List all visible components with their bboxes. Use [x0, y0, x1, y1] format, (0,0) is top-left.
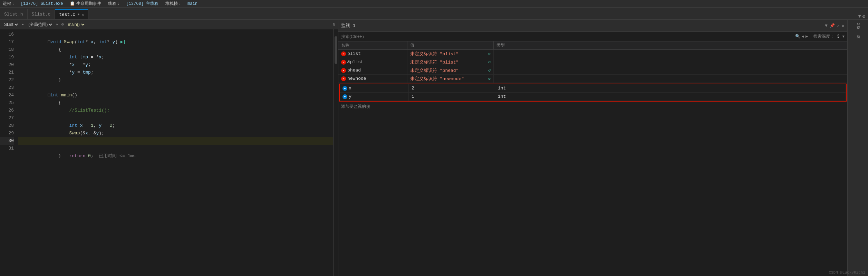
watch-row-phead[interactable]: ✕ phead 未定义标识符 "phead" ↺ [338, 66, 847, 75]
right-panel-item-1[interactable]: 监视2 [848, 20, 868, 28]
ln-27: 27 [0, 114, 14, 122]
code-line-30: ▶ return 0; 已用时间 <= 1ms [18, 137, 333, 145]
watch-panel-header: 监视 1 ▼ 📌 ⇗ ✕ [338, 20, 847, 32]
search-icon[interactable]: 🔍 [795, 34, 800, 39]
ln-29: 29 [0, 130, 14, 137]
watch-value-x: 2 [412, 86, 414, 91]
refresh-icon-plist[interactable]: ↺ [488, 51, 491, 56]
code-line-24: { [18, 92, 333, 99]
breadcrumb-right-icon[interactable]: ⇅ [333, 22, 335, 27]
col-header-name: 名称 [338, 41, 407, 49]
watch-type-y: int [498, 94, 506, 99]
depth-dropdown-icon[interactable]: ▼ [842, 35, 845, 39]
depth-value: 3 [837, 34, 839, 39]
tab-modified-icon: ● [77, 12, 80, 17]
search-next-icon[interactable]: ▶ [806, 34, 808, 39]
code-line-31: } [18, 145, 333, 152]
watch-expand-icon[interactable]: ⇗ [837, 23, 840, 28]
ln-22: 22 [0, 76, 14, 84]
watch-search-input[interactable] [341, 34, 792, 39]
pin-icon[interactable]: 📌 [830, 23, 835, 28]
right-panel-item-2[interactable]: 自动 [848, 28, 868, 36]
watch-name-plist: plist [347, 51, 361, 56]
code-line-23: □int main() [18, 84, 333, 92]
watch-row-x[interactable]: ◆ x 2 int [340, 84, 846, 93]
watch-close-button[interactable]: ✕ [842, 23, 845, 29]
ln-23: 23 [0, 84, 14, 92]
watch-row-y[interactable]: ◆ y 1 int [340, 93, 846, 101]
refresh-icon-and-plist[interactable]: ↺ [488, 59, 491, 65]
col-header-type: 类型 [494, 41, 847, 49]
tab-bar: Slist.h Slist.c test.c ● ✕ ▼ ⚙ [0, 8, 868, 20]
watch-cell-type-plist [494, 50, 847, 58]
scrollbar[interactable] [333, 29, 338, 276]
ln-24: 24 [0, 92, 14, 99]
ln-21: 21 [0, 69, 14, 76]
breadcrumb-separator2: ▸ [56, 22, 58, 27]
code-line-22 [18, 76, 333, 84]
watch-cell-name-newnode: ✕ newnode [338, 75, 407, 83]
depth-label: 搜索深度： [813, 34, 834, 39]
tab-test-c[interactable]: test.c ● ✕ [55, 9, 88, 19]
ln-17: 17 [0, 38, 14, 46]
tab-label-test-c: test.c [59, 12, 75, 17]
watch-row-and-plist[interactable]: ✕ &plist 未定义标识符 "plist" ↺ [338, 58, 847, 66]
ln-31: 31 [0, 145, 14, 152]
main-layout: SList ▸ (全局范围) ▸ ⚙ main() ⇅ 16 17 18 19 … [0, 20, 868, 276]
watch-cell-type-phead [494, 66, 847, 74]
watch-row-newnode[interactable]: ✕ newnode 未定义标识符 "newnode" ↺ [338, 75, 847, 83]
tab-slist-h[interactable]: Slist.h [0, 9, 28, 19]
ln-28: 28 [0, 122, 14, 130]
watch-cell-value-x: 2 [409, 84, 495, 92]
error-icon-newnode: ✕ [341, 76, 346, 81]
code-editor: 16 17 18 19 20 21 22 23 24 25 26 27 28 2… [0, 29, 338, 276]
watch-cell-name-x: ◆ x [340, 84, 409, 92]
error-icon-plist: ✕ [341, 51, 346, 56]
global-scope-selector[interactable]: (全局范围) [27, 22, 53, 27]
watch-panel-title: 监视 1 [341, 22, 825, 29]
watch-name-y: y [349, 94, 351, 99]
scope-selector[interactable]: SList [3, 22, 19, 27]
tab-label-slist-h: Slist.h [4, 12, 23, 17]
highlighted-group: ◆ x 2 int ◆ y [339, 84, 847, 102]
watch-cell-value-newnode: 未定义标识符 "newnode" ↺ [407, 75, 494, 83]
error-icon-and-plist: ✕ [341, 60, 346, 65]
watch-type-x: int [498, 86, 506, 91]
settings-gear-icon[interactable]: ⚙ [862, 13, 865, 19]
watch-row-plist[interactable]: ✕ plist 未定义标识符 "plist" ↺ [338, 50, 847, 58]
watch-value-newnode: 未定义标识符 "newnode" [410, 76, 464, 82]
code-line-27: int x = 1, y = 2; [18, 114, 333, 122]
line-numbers: 16 17 18 19 20 21 22 23 24 25 26 27 28 2… [0, 29, 18, 276]
watch-value-y: 1 [412, 94, 414, 99]
function-icon: ⚙ [61, 22, 64, 27]
stack-value: main [187, 1, 197, 6]
refresh-icon-newnode[interactable]: ↺ [488, 76, 491, 81]
breadcrumb-bar: SList ▸ (全局范围) ▸ ⚙ main() ⇅ [0, 20, 338, 29]
watch-add-item[interactable]: 添加要监视的项 [338, 102, 847, 111]
progress-label: 进程： [3, 1, 15, 7]
watch-cell-name-phead: ✕ phead [338, 66, 407, 74]
tab-slist-c[interactable]: Slist.c [28, 9, 55, 19]
lifecycle-btn[interactable]: 📋 [70, 1, 75, 6]
search-prev-icon[interactable]: ◀ [802, 34, 804, 39]
code-line-25: //SListTest1(); [18, 99, 333, 107]
code-content[interactable]: □void Swap(int* x, int* y) ▶| { int tmp … [18, 29, 333, 276]
function-selector[interactable]: main() [67, 22, 86, 27]
refresh-icon-phead[interactable]: ↺ [488, 68, 491, 73]
tab-dropdown-icon[interactable]: ▼ [858, 14, 861, 19]
code-line-28: Swap(&x, &y); [18, 122, 333, 130]
watch-cell-type-and-plist [494, 58, 847, 66]
process-value: [13776] SList.exe [21, 1, 63, 6]
scroll-thumb[interactable] [335, 36, 337, 64]
tab-close-button[interactable]: ✕ [82, 12, 84, 17]
thread-label: 线程： [108, 1, 120, 7]
watch-cell-name-and-plist: ✕ &plist [338, 58, 407, 66]
watch-cell-value-phead: 未定义标识符 "phead" ↺ [407, 66, 494, 74]
top-bar: 进程： [13776] SList.exe 📋 生命周期事件 线程： [1376… [0, 0, 868, 8]
watch-rows: ✕ plist 未定义标识符 "plist" ↺ ✕ &plist 未 [338, 50, 847, 276]
watch-dropdown-icon[interactable]: ▼ [825, 23, 828, 28]
ln-18: 18 [0, 46, 14, 54]
watch-columns: 名称 值 类型 [338, 41, 847, 50]
code-panel: SList ▸ (全局范围) ▸ ⚙ main() ⇅ 16 17 18 19 … [0, 20, 338, 276]
ln-25: 25 [0, 99, 14, 107]
